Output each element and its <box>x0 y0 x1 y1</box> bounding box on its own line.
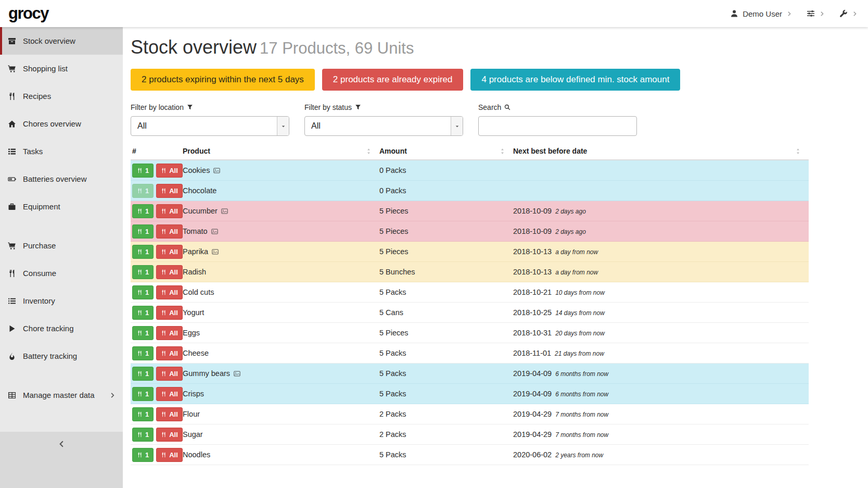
product-name[interactable]: Tomato <box>183 227 208 235</box>
consume-one-button[interactable]: 1 <box>132 306 154 320</box>
sort-icon[interactable] <box>795 148 801 155</box>
product-name[interactable]: Cucumber <box>183 207 218 215</box>
consume-all-button[interactable]: All <box>156 387 183 401</box>
consume-all-button[interactable]: All <box>156 346 183 360</box>
sidebar-item-manage-master-data[interactable]: Manage master data <box>0 381 123 409</box>
sidebar-item-chore-tracking[interactable]: Chore tracking <box>0 315 123 342</box>
consume-all-button[interactable]: All <box>156 285 183 299</box>
product-name[interactable]: Cookies <box>183 166 210 174</box>
best-before-date: 2020-06-02 <box>513 451 552 459</box>
sidebar-item-label: Chores overview <box>23 119 116 128</box>
consume-one-button[interactable]: 1 <box>132 346 154 360</box>
row-actions: 1All <box>131 367 183 381</box>
sidebar-item-consume[interactable]: Consume <box>0 259 123 287</box>
column-header-best-before[interactable]: Next best before date <box>513 147 809 155</box>
product-name[interactable]: Noodles <box>183 451 210 459</box>
amount-cell: 2 Packs <box>379 410 513 418</box>
search-input[interactable] <box>478 116 637 136</box>
consume-all-button[interactable]: All <box>156 164 183 178</box>
consume-one-button[interactable]: 1 <box>132 285 154 299</box>
best-before-relative: 7 months from now <box>555 411 608 418</box>
consume-all-button[interactable]: All <box>156 245 183 259</box>
best-before-relative: 10 days from now <box>555 289 605 296</box>
consume-one-button[interactable]: 1 <box>132 204 154 218</box>
consume-one-button[interactable]: 1 <box>132 184 154 198</box>
consume-one-button[interactable]: 1 <box>132 224 154 239</box>
consume-one-button[interactable]: 1 <box>132 265 154 279</box>
sidebar-item-stock-overview[interactable]: Stock overview <box>0 27 123 55</box>
consume-all-button[interactable]: All <box>156 184 183 198</box>
sidebar-item-batteries-overview[interactable]: Batteries overview <box>0 165 123 193</box>
consume-all-button[interactable]: All <box>156 204 183 218</box>
sidebar-item-inventory[interactable]: Inventory <box>0 287 123 315</box>
utensils-icon <box>161 391 167 397</box>
sidebar-item-recipes[interactable]: Recipes <box>0 82 123 110</box>
sidebar-item-tasks[interactable]: Tasks <box>0 137 123 165</box>
banner-danger[interactable]: 2 products are already expired <box>322 69 464 91</box>
product-name[interactable]: Cold cuts <box>183 288 214 296</box>
admin-menu[interactable] <box>839 9 858 18</box>
best-before-date: 2018-10-13 <box>513 268 552 276</box>
utensils-icon <box>161 229 167 234</box>
chevron-right-icon <box>109 392 116 398</box>
banner-warning[interactable]: 2 products expiring within the next 5 da… <box>131 69 315 91</box>
product-name[interactable]: Cheese <box>183 349 209 357</box>
amount-cell: 2 Packs <box>379 430 513 439</box>
consume-all-button[interactable]: All <box>156 428 183 442</box>
best-before-cell: 2018-10-13a day from now <box>513 247 809 256</box>
product-name[interactable]: Eggs <box>183 329 200 337</box>
consume-one-button[interactable]: 1 <box>132 367 154 381</box>
product-name[interactable]: Sugar <box>183 430 203 439</box>
consume-all-button[interactable]: All <box>156 407 183 421</box>
sidebar-item-purchase[interactable]: Purchase <box>0 232 123 259</box>
consume-one-button[interactable]: 1 <box>132 387 154 401</box>
sidebar-item-chores-overview[interactable]: Chores overview <box>0 110 123 137</box>
sidebar-nav: Stock overviewShopping listRecipesChores… <box>0 27 123 409</box>
row-actions: 1All <box>131 224 183 239</box>
consume-all-button[interactable]: All <box>156 326 183 340</box>
consume-one-button[interactable]: 1 <box>132 245 154 259</box>
sort-icon[interactable] <box>365 148 372 155</box>
location-filter-select[interactable]: All <box>131 116 289 136</box>
best-before-date: 2019-04-29 <box>513 430 552 439</box>
sidebar-item-shopping-list[interactable]: Shopping list <box>0 55 123 82</box>
sidebar-collapse-button[interactable] <box>0 432 123 488</box>
table-row: 1AllNoodles5 Packs2020-06-022 years from… <box>131 445 809 465</box>
sort-icon[interactable] <box>499 148 506 155</box>
product-cell: Paprika <box>183 247 379 256</box>
status-filter-select[interactable]: All <box>304 116 463 136</box>
consume-one-button[interactable]: 1 <box>132 326 154 340</box>
product-name[interactable]: Chocolate <box>183 186 216 195</box>
consume-one-button[interactable]: 1 <box>132 448 154 462</box>
user-menu[interactable]: Demo User <box>730 9 792 18</box>
column-header-product[interactable]: Product <box>183 147 379 155</box>
product-name[interactable]: Flour <box>183 410 200 418</box>
consume-all-button[interactable]: All <box>156 224 183 239</box>
consume-one-button[interactable]: 1 <box>132 407 154 421</box>
app-logo[interactable]: grocy <box>8 4 48 23</box>
consume-all-button[interactable]: All <box>156 306 183 320</box>
row-actions: 1All <box>131 164 183 178</box>
status-filter-value: All <box>311 121 321 131</box>
sidebar-item-battery-tracking[interactable]: Battery tracking <box>0 342 123 370</box>
caret-down-icon <box>277 117 289 135</box>
best-before-cell: 2018-11-0121 days from now <box>513 349 809 357</box>
column-header-amount[interactable]: Amount <box>379 147 513 155</box>
best-before-cell: 2018-10-2514 days from now <box>513 308 809 317</box>
amount-cell: 5 Cans <box>379 308 513 317</box>
product-name[interactable]: Paprika <box>183 247 208 256</box>
product-name[interactable]: Yogurt <box>183 308 204 317</box>
product-name[interactable]: Gummy bears <box>183 369 230 378</box>
product-name[interactable]: Crisps <box>183 390 204 398</box>
sidebar-item-equipment[interactable]: Equipment <box>0 193 123 220</box>
consume-all-button[interactable]: All <box>156 265 183 279</box>
product-cell: Cookies <box>183 166 379 174</box>
consume-all-button[interactable]: All <box>156 367 183 381</box>
consume-all-button[interactable]: All <box>156 448 183 462</box>
consume-one-button[interactable]: 1 <box>132 428 154 442</box>
banner-info[interactable]: 4 products are below defined min. stock … <box>470 69 680 91</box>
settings-menu[interactable] <box>807 9 825 18</box>
consume-one-button[interactable]: 1 <box>132 164 154 178</box>
product-name[interactable]: Radish <box>183 268 206 276</box>
sidebar-item-label: Battery tracking <box>23 352 116 360</box>
